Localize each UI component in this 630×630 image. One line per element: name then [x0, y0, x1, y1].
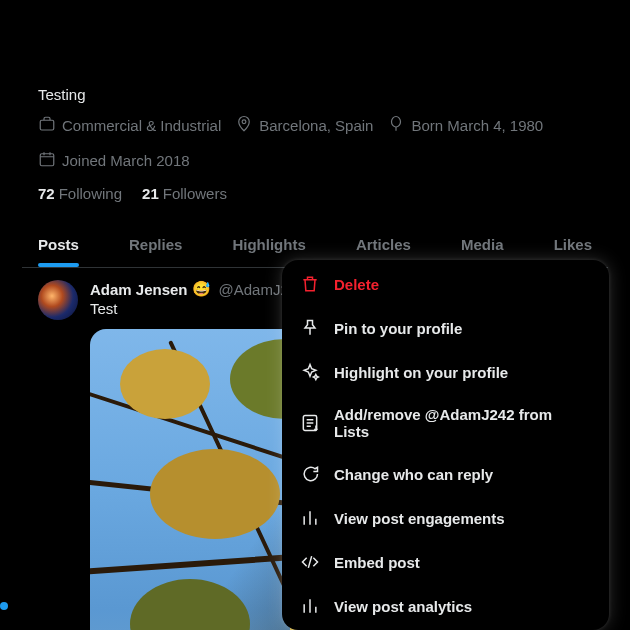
- menu-engagements[interactable]: View post engagements: [282, 496, 609, 540]
- location-icon: [235, 115, 253, 136]
- profile-location: Barcelona, Spain: [235, 115, 373, 136]
- followers-count: 21: [142, 185, 159, 202]
- briefcase-icon: [38, 115, 56, 136]
- analytics-icon: [300, 596, 320, 616]
- chart-icon: [300, 508, 320, 528]
- menu-engagements-label: View post engagements: [334, 510, 505, 527]
- svg-rect-3: [40, 154, 54, 166]
- menu-pin-label: Pin to your profile: [334, 320, 462, 337]
- profile-category: Commercial & Industrial: [38, 115, 221, 136]
- tab-posts[interactable]: Posts: [26, 222, 91, 267]
- tab-replies[interactable]: Replies: [117, 222, 194, 267]
- menu-embed[interactable]: Embed post: [282, 540, 609, 584]
- followers-label: Followers: [163, 185, 227, 202]
- menu-analytics[interactable]: View post analytics: [282, 584, 609, 628]
- menu-embed-label: Embed post: [334, 554, 420, 571]
- menu-highlight-label: Highlight on your profile: [334, 364, 508, 381]
- following-label: Following: [59, 185, 122, 202]
- menu-reply[interactable]: Change who can reply: [282, 452, 609, 496]
- code-icon: [300, 552, 320, 572]
- trash-icon: [300, 274, 320, 294]
- svg-rect-0: [40, 120, 54, 130]
- profile-bio: Testing: [22, 86, 608, 103]
- menu-lists-label: Add/remove @AdamJ242 from Lists: [334, 406, 591, 440]
- compose-indicator: [0, 602, 8, 610]
- menu-delete-label: Delete: [334, 276, 379, 293]
- menu-reply-label: Change who can reply: [334, 466, 493, 483]
- post-author-emoji: 😅: [192, 280, 211, 298]
- profile-joined: Joined March 2018: [38, 150, 190, 171]
- avatar[interactable]: [38, 280, 78, 320]
- calendar-icon: [38, 150, 56, 171]
- profile-joined-text: Joined March 2018: [62, 152, 190, 169]
- chat-icon: [300, 464, 320, 484]
- profile-category-text: Commercial & Industrial: [62, 117, 221, 134]
- sparkle-icon: [300, 362, 320, 382]
- following-count: 72: [38, 185, 55, 202]
- following-stat[interactable]: 72Following: [38, 185, 122, 202]
- post-author-name[interactable]: Adam Jensen: [90, 281, 188, 298]
- profile-location-text: Barcelona, Spain: [259, 117, 373, 134]
- post-actions-menu: Delete Pin to your profile Highlight on …: [282, 260, 609, 630]
- profile-meta-row: Commercial & Industrial Barcelona, Spain…: [22, 115, 608, 171]
- menu-pin[interactable]: Pin to your profile: [282, 306, 609, 350]
- svg-point-1: [242, 120, 246, 124]
- balloon-icon: [387, 115, 405, 136]
- svg-point-2: [392, 117, 401, 128]
- menu-analytics-label: View post analytics: [334, 598, 472, 615]
- menu-lists[interactable]: Add/remove @AdamJ242 from Lists: [282, 394, 609, 452]
- list-icon: [300, 413, 320, 433]
- followers-stat[interactable]: 21Followers: [142, 185, 227, 202]
- profile-born-text: Born March 4, 1980: [411, 117, 543, 134]
- profile-born: Born March 4, 1980: [387, 115, 543, 136]
- menu-highlight[interactable]: Highlight on your profile: [282, 350, 609, 394]
- menu-delete[interactable]: Delete: [282, 262, 609, 306]
- follow-stats: 72Following 21Followers: [22, 185, 608, 202]
- pin-icon: [300, 318, 320, 338]
